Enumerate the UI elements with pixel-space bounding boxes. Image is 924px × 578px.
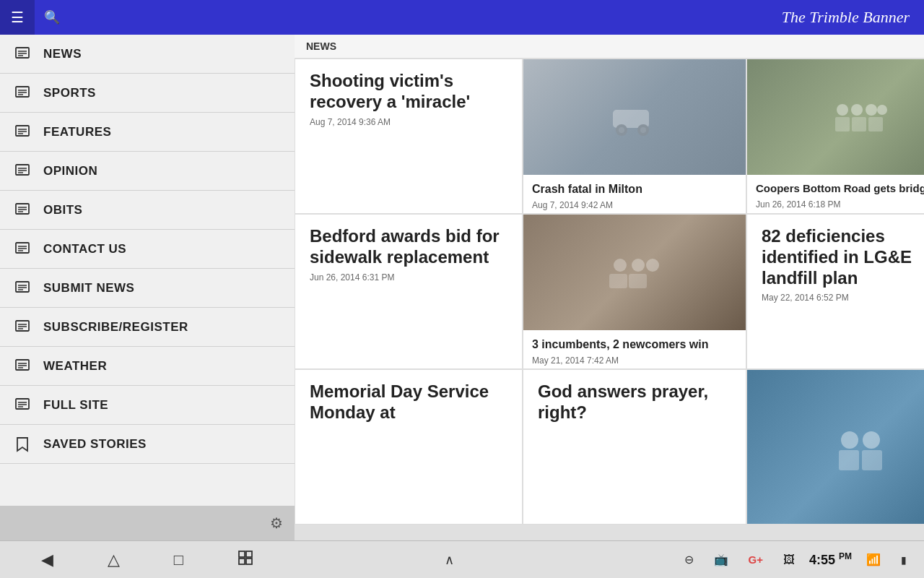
sidebar-label-opinion: OPINION [43,164,97,178]
features-icon [12,121,33,143]
clock-time: 4:55 [809,553,835,567]
svg-rect-65 [246,558,252,564]
sidebar-label-news: NEWS [43,47,82,61]
bottom-bar: ◀ △ □ ∧ ⊖ 📺 G+ 🖼 4:55 PM 📶 ▮ [0,540,924,578]
svg-rect-60 [839,450,859,470]
news-icon [12,43,33,65]
up-button[interactable]: ∧ [439,549,460,571]
card3-text-area: Coopers Bottom Road gets bridge Jun 26, … [747,175,924,214]
status-time: 4:55 PM [809,551,852,568]
card4-date: Jun 26, 2014 6:31 PM [310,272,507,282]
card5-date: May 21, 2014 7:42 AM [532,355,737,366]
sidebar-item-submit[interactable]: SUBMIT NEWS [0,269,295,308]
top-bar: ☰ 🔍 The Trimble Banner [0,0,924,35]
sidebar-item-features[interactable]: FEATURES [0,113,295,152]
saved-icon [12,434,33,455]
contact-icon [12,238,33,260]
sidebar-item-fullsite[interactable]: FULL SITE [0,386,295,425]
sidebar-item-weather[interactable]: WEATHER [0,347,295,386]
svg-rect-62 [239,551,245,557]
sidebar-label-fullsite: FULL SITE [43,398,108,413]
svg-rect-8 [16,126,29,136]
svg-point-46 [837,104,848,116]
svg-rect-50 [835,117,850,131]
sidebar-item-contact[interactable]: CONTACT US [0,230,295,269]
obits-icon [12,199,33,221]
sidebar-item-subscribe[interactable]: SUBSCRIBE/REGISTER [0,308,295,347]
bottom-nav-left: ◀ △ □ [0,547,295,573]
back-button[interactable]: ◀ [35,548,59,572]
grid-button[interactable] [232,547,259,573]
sidebar-item-obits[interactable]: OBITS [0,191,295,230]
search-button[interactable]: 🔍 [35,0,69,35]
svg-rect-32 [16,360,29,370]
card7-title: Memorial Day Service Monday at [310,381,507,423]
svg-rect-20 [16,243,29,253]
hamburger-button[interactable]: ☰ [0,0,35,35]
news-card-9[interactable] [746,369,924,525]
sidebar-item-sports[interactable]: SPORTS [0,74,295,113]
top-bar-right: The Trimble Banner [295,8,924,27]
gplus-icon[interactable]: G+ [743,551,769,569]
card5-text-area: 3 incumbents, 2 newcomers win May 21, 20… [523,330,746,369]
news-grid: Shooting victim's recovery a 'miracle' A… [295,59,924,540]
news-card-1[interactable]: Shooting victim's recovery a 'miracle' A… [295,59,523,214]
card5-image [523,215,746,330]
news-card-8[interactable]: God answers prayer, right? [523,369,746,525]
opinion-icon [12,160,33,182]
card2-title: Crash fatal in Milton [532,182,737,196]
sidebar-label-submit: SUBMIT NEWS [43,281,134,296]
section-bar: NEWS [295,35,924,59]
svg-point-47 [851,104,863,116]
top-bar-left: ☰ 🔍 [0,0,295,35]
sidebar-label-weather: WEATHER [43,359,107,374]
clock-ampm: PM [839,551,852,561]
svg-point-59 [863,431,880,449]
news-card-4[interactable]: Bedford awards bid for sidewalk replacem… [295,214,523,369]
svg-rect-24 [16,282,29,292]
card2-date: Aug 7, 2014 9:42 AM [532,200,737,210]
sports-icon [12,82,33,104]
sidebar-label-sports: SPORTS [43,86,96,100]
recents-button[interactable]: □ [168,548,189,572]
svg-point-55 [646,259,659,272]
sidebar-label-subscribe: SUBSCRIBE/REGISTER [43,320,188,335]
card8-title: God answers prayer, right? [538,381,731,423]
card1-text-area: Shooting victim's recovery a 'miracle' A… [295,59,522,139]
battery-icon: ▮ [895,551,912,569]
card2-image [523,59,746,175]
svg-rect-56 [609,274,627,288]
svg-rect-16 [16,204,29,214]
sidebar-item-opinion[interactable]: OPINION [0,152,295,191]
sidebar-label-contact: CONTACT US [43,242,126,256]
screen-icon: 📺 [708,550,734,569]
bottom-status-right: ⊖ 📺 G+ 🖼 4:55 PM 📶 ▮ [603,550,924,569]
svg-point-49 [877,105,887,115]
search-icon: 🔍 [44,9,60,25]
card5-title: 3 incumbents, 2 newcomers win [532,337,737,351]
svg-rect-0 [16,48,29,58]
news-card-6[interactable]: 82 deficiencies identified in LG&E landf… [746,214,924,369]
news-card-7[interactable]: Memorial Day Service Monday at [295,369,523,525]
sidebar-label-obits: OBITS [43,203,82,217]
settings-icon[interactable]: ⚙ [270,514,283,532]
svg-point-53 [614,259,627,272]
svg-rect-12 [16,165,29,175]
svg-marker-40 [17,438,27,451]
gallery-icon[interactable]: 🖼 [777,551,801,569]
svg-point-43 [619,127,624,133]
sidebar-label-features: FEATURES [43,125,111,139]
news-card-3[interactable]: Coopers Bottom Road gets bridge Jun 26, … [746,59,924,214]
news-card-5[interactable]: 3 incumbents, 2 newcomers win May 21, 20… [523,214,746,369]
sidebar-item-news[interactable]: NEWS [0,35,295,74]
card4-title: Bedford awards bid for sidewalk replacem… [310,226,507,268]
sidebar-item-saved[interactable]: SAVED STORIES [0,425,295,464]
svg-point-54 [632,259,645,272]
hamburger-icon: ☰ [11,9,24,26]
submit-icon [12,277,33,299]
news-card-2[interactable]: Crash fatal in Milton Aug 7, 2014 9:42 A… [523,59,746,214]
zoom-minus-icon[interactable]: ⊖ [679,550,699,569]
fullsite-icon [12,394,33,416]
home-button[interactable]: △ [102,548,126,572]
card6-date: May 22, 2014 6:52 PM [762,293,924,303]
